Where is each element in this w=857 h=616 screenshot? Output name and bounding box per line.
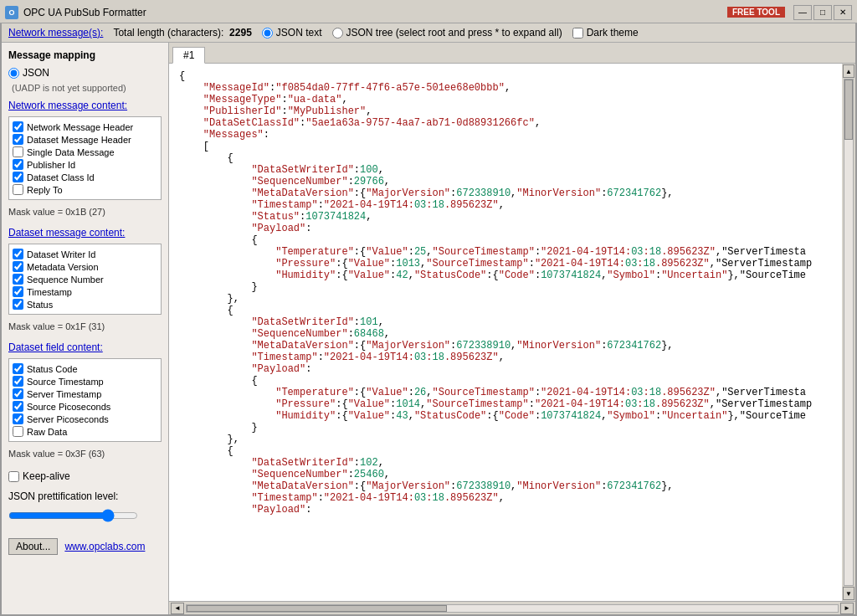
dataset-writer-id-checkbox[interactable] [13,249,23,259]
status-code-label: Status Code [27,364,78,374]
network-message-content-title[interactable]: Network message content: [8,100,162,111]
dark-theme-checkbox[interactable] [572,28,583,38]
list-item: Dataset Class Id [13,171,157,183]
dataset-mask-value: Mask value = 0x1F (31) [8,321,162,331]
server-timestamp-checkbox[interactable] [13,388,23,399]
left-panel: Message mapping JSON (UADP is not yet su… [2,43,169,614]
source-timestamp-checkbox[interactable] [13,376,23,387]
tab-bar: #1 [169,43,855,64]
list-item: Sequence Number [13,273,157,285]
network-message-header-label: Network Message Header [27,122,133,132]
list-item: Server Timestamp [13,388,157,400]
horizontal-scrollbar[interactable]: ◄ ► [169,601,855,614]
slider-container [8,509,162,525]
dataset-field-mask-value: Mask value = 0x3F (63) [8,449,162,459]
tab-1[interactable]: #1 [172,47,205,64]
title-bar: O OPC UA PubSub Formatter FREE TOOL — □ … [0,0,857,23]
toolbar: Network message(s): Total length (charac… [2,23,855,43]
json-area-wrapper: { "MessageId":"f0854da0-77ff-47f6-a57e-5… [169,64,855,601]
h-scroll-thumb[interactable] [187,605,447,612]
free-tool-badge: FREE TOOL [727,7,785,18]
raw-data-checkbox[interactable] [13,426,23,437]
scroll-down-arrow[interactable]: ▼ [843,587,854,600]
keep-alive-label[interactable]: Keep-alive [23,470,70,482]
metadata-version-checkbox[interactable] [13,261,23,272]
server-picoseconds-checkbox[interactable] [13,413,23,424]
single-data-message-checkbox[interactable] [13,146,23,157]
json-mapping-radio[interactable] [8,68,19,79]
json-tree-label[interactable]: JSON tree (select root and press * to ex… [346,27,562,38]
content-area: Message mapping JSON (UADP is not yet su… [2,43,855,614]
main-window: Network message(s): Total length (charac… [0,23,857,616]
list-item: Timestamp [13,285,157,298]
list-item: Source Picoseconds [13,400,157,413]
maximize-button[interactable]: □ [813,5,832,20]
json-mapping-label[interactable]: JSON [23,67,49,79]
sequence-number-label: Sequence Number [27,275,104,285]
status-checkbox[interactable] [13,299,23,310]
scroll-left-arrow[interactable]: ◄ [171,603,184,614]
app-icon: O [5,6,18,19]
json-text-label[interactable]: JSON text [276,27,322,38]
close-button[interactable]: ✕ [834,5,852,20]
timestamp-checkbox[interactable] [13,286,23,297]
dataset-class-id-label: Dataset Class Id [27,172,95,182]
timestamp-label: Timestamp [27,287,72,297]
dataset-message-header-checkbox[interactable] [13,134,23,145]
list-item: Status [13,298,157,311]
single-data-message-label: Single Data Message [27,147,115,157]
h-scroll-track[interactable] [186,604,839,613]
reply-to-label: Reply To [27,185,63,195]
title-bar-right: FREE TOOL — □ ✕ [727,5,852,20]
dark-theme-label[interactable]: Dark theme [587,27,639,38]
dataset-class-id-checkbox[interactable] [13,172,23,182]
scroll-up-arrow[interactable]: ▲ [843,64,854,78]
list-item: Reply To [13,183,157,196]
reply-to-checkbox[interactable] [13,184,23,195]
list-item: Network Message Header [13,121,157,133]
metadata-version-label: Metadata Version [27,262,99,272]
json-text-radio[interactable] [262,28,273,38]
json-radio-item: JSON [8,66,162,80]
publisher-id-checkbox[interactable] [13,159,23,170]
network-message-content-list: Network Message Header Dataset Message H… [8,116,162,200]
about-button[interactable]: About... [8,538,58,555]
network-messages-link[interactable]: Network message(s): [8,27,103,38]
network-message-header-checkbox[interactable] [13,121,23,132]
list-item: Status Code [13,362,157,375]
publisher-id-label: Publisher Id [27,160,75,170]
sequence-number-checkbox[interactable] [13,274,23,285]
minimize-button[interactable]: — [793,5,812,20]
title-bar-left: O OPC UA PubSub Formatter [5,6,146,19]
dataset-field-content-title[interactable]: Dataset field content: [8,341,162,353]
list-item: Publisher Id [13,158,157,171]
list-item: Raw Data [13,425,157,438]
source-timestamp-label: Source Timestamp [27,377,104,387]
json-level-label: JSON prettification level: [8,490,162,502]
status-code-checkbox[interactable] [13,363,23,374]
list-item: Dataset Writer Id [13,248,157,260]
source-picoseconds-checkbox[interactable] [13,401,23,412]
dataset-field-content-list: Status Code Source Timestamp Server Time… [8,358,162,442]
vertical-scrollbar[interactable]: ▲ ▼ [842,64,855,601]
list-item: Single Data Message [13,146,157,158]
json-tree-radio[interactable] [332,28,343,38]
total-length-label: Total length (characters): 2295 [113,27,251,38]
scroll-right-arrow[interactable]: ► [840,603,854,614]
scroll-thumb[interactable] [844,80,853,140]
status-label: Status [27,300,53,310]
json-content-area[interactable]: { "MessageId":"f0854da0-77ff-47f6-a57e-5… [169,64,842,601]
opclabs-link[interactable]: www.opclabs.com [64,541,145,552]
dataset-message-content-title[interactable]: Dataset message content: [8,227,162,239]
json-prettification-slider[interactable] [8,509,138,522]
uadp-note: (UADP is not yet supported) [12,83,162,93]
dark-theme-group: Dark theme [572,27,639,38]
dataset-message-content-list: Dataset Writer Id Metadata Version Seque… [8,244,162,315]
list-item: Metadata Version [13,260,157,273]
message-mapping-label: Message mapping [8,49,162,61]
list-item: Server Picoseconds [13,413,157,425]
list-item: Dataset Message Header [13,133,157,146]
scroll-track[interactable] [844,79,854,586]
keep-alive-checkbox[interactable] [8,471,19,482]
app-title: OPC UA PubSub Formatter [23,7,146,18]
